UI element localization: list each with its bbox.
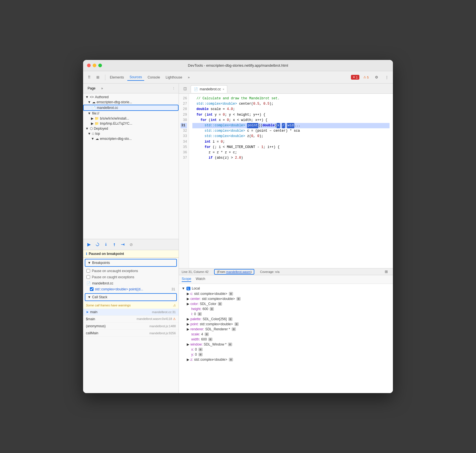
scope-var-color[interactable]: ▶ color: SDL_Color ⊞ (179, 301, 393, 306)
devtools-window: DevTools - emscripten-dbg-stories.netlif… (83, 60, 393, 393)
from-wasm-badge: (From mandelbrot.wasm) (214, 269, 254, 275)
code-line-29: for (int y = 0; y < height; y++) { (192, 112, 390, 118)
bp-checkbox[interactable] (90, 287, 94, 291)
scope-var-point[interactable]: ▶ point: std::complex<double> ⊞ (179, 322, 393, 327)
arrow-icon: ▶ (187, 342, 189, 346)
resume-button[interactable]: ▶ (85, 241, 93, 248)
warn-badge: ⚠ 5 (362, 75, 370, 80)
code-line-26: // Calculate and draw the Mandelbrot set… (192, 96, 390, 101)
pause-uncaught-checkbox[interactable] (86, 269, 90, 273)
scope-var-center[interactable]: ▶ center: std::complex<double> ⊞ (179, 296, 393, 301)
tree-file[interactable]: ▼ file:// (83, 111, 179, 116)
step-over-button[interactable] (94, 241, 101, 248)
func-main: ➤ main (86, 310, 97, 314)
settings-icon[interactable]: ⚙ (373, 73, 381, 81)
wasm-icon: ⊞ (198, 312, 202, 316)
tree-emscripten-deployed[interactable]: ▼ ☁ emscripten-dbg-sto... (83, 136, 179, 141)
arrow-icon: ▼ (88, 132, 91, 136)
scope-var-c[interactable]: ▶ c: std::complex<double> ⊞ (179, 291, 393, 296)
file-icon: 📄 (194, 87, 198, 91)
arrow-icon: ▼ (88, 100, 91, 104)
tab-scope[interactable]: Scope (182, 277, 191, 282)
tab-console[interactable]: Console (145, 74, 162, 80)
pretty-print-icon[interactable]: ⊞ (382, 268, 390, 276)
minimize-button[interactable] (93, 64, 96, 67)
left-panel-more[interactable]: ⋮ (171, 86, 176, 91)
error-x-icon: ✕ (353, 75, 355, 79)
tree-mandelbrot-cc[interactable]: 📄 mandelbrot.cc (83, 105, 179, 111)
callstack-callmain[interactable]: callMain mandelbrot.js:9256 (83, 330, 179, 337)
folder-icon: 📁 (95, 122, 99, 125)
scope-var-window[interactable]: ▶ window: SDL_Window * ⊞ (179, 342, 393, 347)
scope-var-z[interactable]: ▶ z: std::complex<double> ⊞ (179, 357, 393, 362)
call-stack-section-header[interactable]: ▼ Call Stack (85, 293, 177, 301)
breakpoints-section-header[interactable]: ▼ Breakpoints (85, 259, 177, 267)
tree-top[interactable]: ▼ □ top (83, 131, 179, 136)
tab-sources[interactable]: Sources (127, 74, 144, 81)
tab-close-icon[interactable]: × (223, 88, 224, 91)
callstack-anonymous[interactable]: (anonymous) mandelbrot.js:1488 (83, 323, 179, 330)
pause-caught-checkbox[interactable] (86, 275, 90, 279)
wasm-icon: ⊞ (199, 353, 203, 356)
call-stack-label: Call Stack (92, 295, 107, 299)
badge-group: ✕ 1 ⚠ 5 ⚙ ⋮ (351, 73, 391, 81)
arrow-icon: ▶ (187, 327, 189, 331)
close-button[interactable] (87, 64, 91, 67)
folder-icon: 📁 (95, 116, 99, 120)
tab-lighthouse[interactable]: Lighthouse (163, 74, 184, 80)
sidebar-toggle-icon[interactable]: ◫ (181, 85, 189, 93)
code-line-37: if (abs(z) > 2.0) (192, 155, 390, 161)
wasm-icon: ⊞ (229, 358, 233, 361)
scope-var-palette[interactable]: ▶ palette: SDL_Color[256] ⊞ (179, 317, 393, 322)
scope-var-i: i: 0 ⊞ (179, 311, 393, 317)
code-line-27: std::complex<double> center(0.5, 0.5); (192, 101, 390, 107)
window-icon: □ (92, 132, 94, 136)
scope-local-header[interactable]: ▼ L Local (179, 286, 393, 291)
main-toolbar: ⠿ ⊞ Elements Sources Console Lighthouse … (83, 71, 393, 84)
step-button[interactable] (119, 241, 126, 248)
code-line-28: double scale = 4.0; (192, 107, 390, 112)
tree-install[interactable]: ▶ 📁 b/s/w/ir/x/w/install... (83, 116, 179, 121)
scope-content: ▼ L Local ▶ c: std::complex<double> ⊞ ▶ … (179, 284, 393, 393)
wasm-icon: ⊞ (218, 302, 222, 306)
code-line-34: int i = 0; (192, 139, 390, 145)
maximize-button[interactable] (98, 64, 102, 67)
callstack-smain[interactable]: $main mandelbrot.wasm:0x4118 ⚠ (83, 316, 179, 323)
wasm-icon: ⊞ (232, 328, 236, 331)
tree-tmp[interactable]: ▶ 📁 tmp/tmp.ELcTq2YC... (83, 121, 179, 126)
local-label: Local (192, 286, 200, 290)
scope-var-renderer[interactable]: ▶ renderer: SDL_Renderer * ⊞ (179, 327, 393, 332)
arrow-icon: ▼ (88, 111, 91, 115)
bp-file-entry: 📄 mandelbrot.cc (83, 280, 179, 286)
wasm-icon: ⊞ (208, 338, 212, 341)
inspect-icon[interactable]: ⠿ (85, 73, 93, 81)
tab-page[interactable]: Page (85, 85, 98, 91)
cursor-position: Line 31, Column 42 (182, 270, 208, 273)
debug-sections: ℹ Paused on breakpoint ▼ Breakpoints Pau… (83, 250, 179, 393)
callstack-main[interactable]: ➤ main mandelbrot.cc:31 (83, 309, 179, 316)
deactivate-button[interactable]: ⊘ (128, 241, 135, 248)
titlebar: DevTools - emscripten-dbg-stories.netlif… (83, 60, 393, 71)
scope-tabs: Scope Watch (179, 275, 393, 284)
step-into-button[interactable] (102, 241, 110, 248)
device-icon[interactable]: ⊞ (94, 73, 102, 81)
wasm-icon: ⊞ (237, 297, 241, 300)
svg-marker-5 (114, 243, 115, 244)
warning-text: Some call frames have warnings (86, 304, 131, 307)
more-icon[interactable]: ⋮ (383, 73, 391, 81)
tree-authored[interactable]: ▼ <> Authored (83, 95, 179, 100)
code-line-35: for (; i < MAX_ITER_COUNT - 1; i++) { (192, 145, 390, 150)
main-area: Page » ⋮ ▼ <> Authored ▼ ☁ emscripten-db… (83, 84, 393, 393)
tab-more-left[interactable]: » (99, 85, 105, 91)
code-editor: // Calculate and draw the Mandelbrot set… (189, 94, 393, 268)
tree-emscripten-host[interactable]: ▼ ☁ emscripten-dbg-storie... (83, 100, 179, 105)
tab-watch[interactable]: Watch (196, 277, 205, 282)
scope-var-height: height: 600 ⊞ (179, 306, 393, 311)
tree-deployed[interactable]: ▼ ⬡ Deployed (83, 126, 179, 131)
step-out-button[interactable] (111, 241, 118, 248)
wasm-link[interactable]: mandelbrot.wasm (226, 270, 251, 273)
tab-elements[interactable]: Elements (108, 74, 126, 80)
arrow-icon: ▼ (88, 261, 91, 265)
tab-more[interactable]: » (186, 74, 192, 80)
editor-tab-mandelbrot[interactable]: 📄 mandelbrot.cc × (191, 85, 227, 93)
